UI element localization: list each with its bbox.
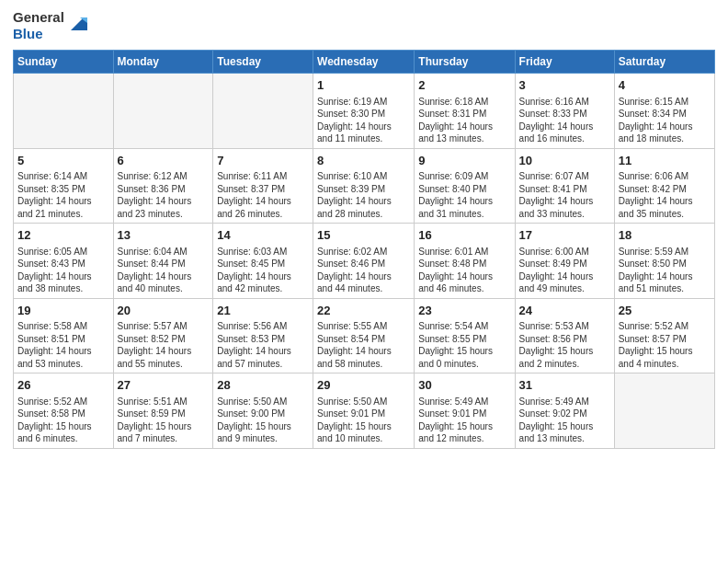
day-number: 3 — [519, 77, 610, 94]
calendar-cell-w1-d5: 3Sunrise: 6:16 AM Sunset: 8:33 PM Daylig… — [515, 74, 614, 149]
calendar-cell-w5-d1: 27Sunrise: 5:51 AM Sunset: 8:59 PM Dayli… — [113, 373, 213, 449]
calendar-cell-w4-d5: 24Sunrise: 5:53 AM Sunset: 8:56 PM Dayli… — [515, 298, 614, 373]
day-number: 25 — [619, 303, 711, 319]
day-info: Sunrise: 5:54 AM Sunset: 8:55 PM Dayligh… — [418, 320, 510, 370]
generalblue-icon — [67, 14, 87, 34]
day-number: 12 — [17, 227, 109, 244]
day-info: Sunrise: 6:06 AM Sunset: 8:42 PM Dayligh… — [619, 170, 711, 220]
week-row-1: 1Sunrise: 6:19 AM Sunset: 8:30 PM Daylig… — [14, 74, 715, 149]
calendar-cell-w4-d3: 22Sunrise: 5:55 AM Sunset: 8:54 PM Dayli… — [313, 298, 415, 373]
header-friday: Friday — [515, 51, 614, 74]
calendar-cell-w2-d4: 9Sunrise: 6:09 AM Sunset: 8:40 PM Daylig… — [415, 148, 515, 224]
calendar-cell-w1-d4: 2Sunrise: 6:18 AM Sunset: 8:31 PM Daylig… — [415, 74, 515, 149]
week-row-3: 12Sunrise: 6:05 AM Sunset: 8:43 PM Dayli… — [14, 224, 715, 299]
header: General Blue — [13, 9, 715, 42]
day-number: 10 — [519, 153, 610, 169]
calendar-cell-w2-d0: 5Sunrise: 6:14 AM Sunset: 8:35 PM Daylig… — [14, 148, 114, 224]
day-number: 29 — [317, 377, 410, 394]
day-info: Sunrise: 6:07 AM Sunset: 8:41 PM Dayligh… — [519, 170, 610, 220]
day-number: 5 — [17, 153, 109, 169]
day-info: Sunrise: 5:53 AM Sunset: 8:56 PM Dayligh… — [519, 320, 610, 370]
day-number: 15 — [317, 227, 410, 244]
calendar-cell-w1-d6: 4Sunrise: 6:15 AM Sunset: 8:34 PM Daylig… — [614, 74, 714, 149]
calendar-cell-w3-d0: 12Sunrise: 6:05 AM Sunset: 8:43 PM Dayli… — [14, 224, 114, 299]
day-number: 8 — [317, 153, 410, 169]
day-number: 4 — [619, 77, 711, 94]
header-wednesday: Wednesday — [313, 51, 415, 74]
day-info: Sunrise: 6:01 AM Sunset: 8:48 PM Dayligh… — [418, 246, 510, 295]
day-number: 6 — [118, 153, 210, 169]
calendar-cell-w5-d3: 29Sunrise: 5:50 AM Sunset: 9:01 PM Dayli… — [313, 373, 415, 449]
day-info: Sunrise: 6:04 AM Sunset: 8:44 PM Dayligh… — [118, 246, 210, 295]
day-info: Sunrise: 5:57 AM Sunset: 8:52 PM Dayligh… — [118, 320, 210, 370]
day-info: Sunrise: 5:55 AM Sunset: 8:54 PM Dayligh… — [317, 320, 410, 370]
day-info: Sunrise: 6:05 AM Sunset: 8:43 PM Dayligh… — [17, 246, 109, 295]
calendar-cell-w4-d4: 23Sunrise: 5:54 AM Sunset: 8:55 PM Dayli… — [415, 298, 515, 373]
calendar-cell-w5-d6 — [614, 373, 714, 449]
day-number: 31 — [519, 377, 610, 394]
day-info: Sunrise: 6:16 AM Sunset: 8:33 PM Dayligh… — [519, 96, 610, 145]
calendar-cell-w3-d3: 15Sunrise: 6:02 AM Sunset: 8:46 PM Dayli… — [313, 224, 415, 299]
calendar-cell-w2-d3: 8Sunrise: 6:10 AM Sunset: 8:39 PM Daylig… — [313, 148, 415, 224]
calendar-cell-w2-d5: 10Sunrise: 6:07 AM Sunset: 8:41 PM Dayli… — [515, 148, 614, 224]
calendar-cell-w3-d2: 14Sunrise: 6:03 AM Sunset: 8:45 PM Dayli… — [213, 224, 313, 299]
day-info: Sunrise: 5:49 AM Sunset: 9:02 PM Dayligh… — [519, 396, 610, 445]
calendar-cell-w3-d1: 13Sunrise: 6:04 AM Sunset: 8:44 PM Dayli… — [113, 224, 213, 299]
calendar-header-row: SundayMondayTuesdayWednesdayThursdayFrid… — [14, 51, 715, 74]
day-number: 14 — [217, 227, 309, 244]
page: General Blue SundayMondayTuesdayWednesda… — [0, 0, 728, 563]
day-info: Sunrise: 5:56 AM Sunset: 8:53 PM Dayligh… — [217, 320, 309, 370]
header-sunday: Sunday — [14, 51, 114, 74]
day-info: Sunrise: 6:10 AM Sunset: 8:39 PM Dayligh… — [317, 170, 410, 220]
day-number: 27 — [118, 377, 210, 394]
calendar-cell-w1-d1 — [113, 74, 213, 149]
header-monday: Monday — [113, 51, 213, 74]
calendar-cell-w5-d4: 30Sunrise: 5:49 AM Sunset: 9:01 PM Dayli… — [415, 373, 515, 449]
calendar-cell-w4-d2: 21Sunrise: 5:56 AM Sunset: 8:53 PM Dayli… — [213, 298, 313, 373]
day-info: Sunrise: 5:50 AM Sunset: 9:00 PM Dayligh… — [217, 396, 309, 445]
day-number: 22 — [317, 303, 410, 319]
day-info: Sunrise: 6:09 AM Sunset: 8:40 PM Dayligh… — [418, 170, 510, 220]
day-info: Sunrise: 6:11 AM Sunset: 8:37 PM Dayligh… — [217, 170, 309, 220]
day-number: 7 — [217, 153, 309, 169]
day-info: Sunrise: 5:51 AM Sunset: 8:59 PM Dayligh… — [118, 396, 210, 445]
day-info: Sunrise: 5:59 AM Sunset: 8:50 PM Dayligh… — [619, 246, 711, 295]
week-row-4: 19Sunrise: 5:58 AM Sunset: 8:51 PM Dayli… — [14, 298, 715, 373]
day-info: Sunrise: 6:18 AM Sunset: 8:31 PM Dayligh… — [418, 96, 510, 145]
calendar-cell-w2-d1: 6Sunrise: 6:12 AM Sunset: 8:36 PM Daylig… — [113, 148, 213, 224]
day-info: Sunrise: 5:49 AM Sunset: 9:01 PM Dayligh… — [418, 396, 510, 445]
day-info: Sunrise: 6:02 AM Sunset: 8:46 PM Dayligh… — [317, 246, 410, 295]
day-info: Sunrise: 6:00 AM Sunset: 8:49 PM Dayligh… — [519, 246, 610, 295]
logo: General Blue — [13, 9, 87, 42]
header-tuesday: Tuesday — [213, 51, 313, 74]
day-number: 2 — [418, 77, 510, 94]
day-number: 17 — [519, 227, 610, 244]
day-number: 18 — [619, 227, 711, 244]
day-number: 20 — [118, 303, 210, 319]
day-info: Sunrise: 6:12 AM Sunset: 8:36 PM Dayligh… — [118, 170, 210, 220]
day-info: Sunrise: 5:52 AM Sunset: 8:57 PM Dayligh… — [619, 320, 711, 370]
day-info: Sunrise: 5:58 AM Sunset: 8:51 PM Dayligh… — [17, 320, 109, 370]
calendar-cell-w4-d0: 19Sunrise: 5:58 AM Sunset: 8:51 PM Dayli… — [14, 298, 114, 373]
calendar-cell-w2-d6: 11Sunrise: 6:06 AM Sunset: 8:42 PM Dayli… — [614, 148, 714, 224]
day-info: Sunrise: 5:50 AM Sunset: 9:01 PM Dayligh… — [317, 396, 410, 445]
day-number: 9 — [418, 153, 510, 169]
day-number: 30 — [418, 377, 510, 394]
logo-blue-text: Blue — [13, 26, 64, 42]
day-info: Sunrise: 5:52 AM Sunset: 8:58 PM Dayligh… — [17, 396, 109, 445]
header-saturday: Saturday — [614, 51, 714, 74]
day-number: 16 — [418, 227, 510, 244]
day-number: 28 — [217, 377, 309, 394]
day-number: 23 — [418, 303, 510, 319]
calendar-cell-w2-d2: 7Sunrise: 6:11 AM Sunset: 8:37 PM Daylig… — [213, 148, 313, 224]
calendar-cell-w3-d6: 18Sunrise: 5:59 AM Sunset: 8:50 PM Dayli… — [614, 224, 714, 299]
calendar-cell-w5-d5: 31Sunrise: 5:49 AM Sunset: 9:02 PM Dayli… — [515, 373, 614, 449]
day-number: 11 — [619, 153, 711, 169]
calendar-cell-w1-d3: 1Sunrise: 6:19 AM Sunset: 8:30 PM Daylig… — [313, 74, 415, 149]
day-info: Sunrise: 6:14 AM Sunset: 8:35 PM Dayligh… — [17, 170, 109, 220]
day-number: 24 — [519, 303, 610, 319]
day-number: 26 — [17, 377, 109, 394]
week-row-2: 5Sunrise: 6:14 AM Sunset: 8:35 PM Daylig… — [14, 148, 715, 224]
day-number: 19 — [17, 303, 109, 319]
calendar-cell-w4-d6: 25Sunrise: 5:52 AM Sunset: 8:57 PM Dayli… — [614, 298, 714, 373]
